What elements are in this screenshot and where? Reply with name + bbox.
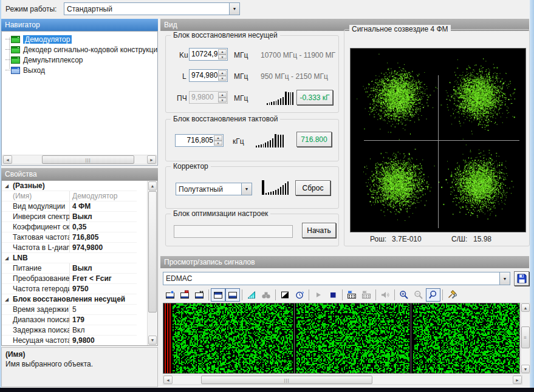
l-input[interactable] [191,71,217,79]
collapse-icon[interactable] [5,252,9,263]
chevron-down-icon[interactable] [229,3,239,15]
tree-item-demodulator[interactable]: Демодулятор [2,34,157,44]
navigator-hscrollbar[interactable]: ||| [2,155,157,164]
property-row[interactable]: ПитаниеВыкл [2,263,137,274]
property-row[interactable]: Частота гетероди9750 [2,284,137,294]
corrector-mode-select[interactable]: Полутактный [176,183,252,195]
window-badge-dots-icon[interactable] [192,288,207,302]
carrier-level-meter [267,89,295,105]
film-record-blue-icon[interactable] [344,288,359,302]
corrector-reset-button[interactable]: Сброс [295,180,330,195]
toolbar-separator [342,289,343,300]
scroll-right-icon[interactable] [513,376,522,384]
carrier-offset-button[interactable]: -0.333 кГ [296,90,333,105]
spin-buttons[interactable] [218,49,227,59]
toolbar-separator [208,289,209,300]
property-description-title: (Имя) [5,350,154,359]
application-window: Режим работы: Стандартный Навигатор Демо… [0,0,534,392]
signal-source-select[interactable]: EDMAC [163,272,510,285]
properties-header: Свойства [1,168,158,180]
scrollbar-thumb[interactable]: ||| [201,376,372,384]
property-row[interactable]: ПреобразованиеFгет < Fсиг [2,274,137,284]
invert-colors-icon[interactable] [278,288,292,302]
scroll-up-icon[interactable] [521,303,530,312]
tools-icon[interactable] [445,288,459,302]
scroll-down-icon[interactable] [521,365,530,373]
window-badge-blue-icon[interactable] [163,288,177,302]
property-row[interactable]: Инверсия спектраВыкл [2,212,137,222]
split-bottom-icon[interactable] [225,288,240,302]
spin-buttons[interactable] [214,135,222,146]
spin-down-icon [218,55,227,60]
clock-level-meter [256,132,285,147]
property-row[interactable]: Время задержки5 [2,305,137,315]
l-spinner[interactable] [189,69,228,82]
property-row[interactable]: (Имя)Демодулятор [2,191,137,201]
if-input [191,93,217,101]
ku-unit: МГц [234,51,248,59]
optimizer-start-button[interactable]: Начать [302,223,336,238]
save-button[interactable] [514,271,529,286]
zoom-region-icon[interactable] [426,288,440,302]
clock-value-button[interactable]: 716.800 [296,132,332,147]
scroll-left-icon[interactable] [3,155,12,164]
scrollbar-thumb[interactable] [148,191,157,313]
ku-input[interactable] [191,50,217,58]
signal-hscrollbar[interactable]: ||| [163,375,522,385]
property-row[interactable]: Вид модуляции4 ФМ [2,201,137,212]
constellation-group: Сигнальное созвездие 4 ФМ Рош: 3.7E-010 … [344,29,530,246]
property-row[interactable]: Диапазон поиска179 [2,315,137,325]
property-row[interactable]: Несущая частота9,9800 [2,336,137,346]
speaker-icon [378,288,392,302]
scroll-right-icon[interactable] [147,155,156,164]
scrollbar-thumb[interactable]: ≡ [521,326,530,348]
tree-item-output[interactable]: Выход [2,65,157,75]
scroll-down-icon[interactable] [148,336,157,345]
window-badge-red-icon[interactable] [177,288,192,302]
property-description-text: Имя выбранного объекта. [5,360,154,368]
ku-spinner[interactable] [189,48,228,61]
spin-up-icon [218,92,227,98]
properties-vscrollbar[interactable] [147,181,157,345]
spin-buttons[interactable] [218,70,227,81]
property-row[interactable]: Задержка поискаВкл [2,325,137,336]
property-row[interactable]: Тактовая частота716,805 [2,232,137,243]
tree-item-demultiplexer[interactable]: Демультиплексор [2,55,157,65]
clock-spinner[interactable] [175,134,224,147]
chevron-down-icon[interactable] [499,272,510,285]
snr-value: 15.98 [473,235,491,243]
signal-panel-header: Просмотр/запись сигналов [160,256,529,268]
tree-item-decoder[interactable]: Декодер сигнально-кодовой конструкции [2,44,157,55]
spin-up-icon [218,49,227,55]
clock-refresh-icon[interactable] [292,288,307,302]
property-group[interactable]: (Разные) [2,181,137,191]
collapse-icon[interactable] [5,294,9,305]
error-rate-label: Рош: [370,235,386,243]
property-row[interactable]: Коэффициент скр0,35 [2,222,137,232]
signal-vscrollbar[interactable]: ≡ [521,303,530,374]
signal-source-value: EDMAC [163,274,499,283]
clock-input[interactable] [177,136,213,144]
scroll-up-icon[interactable] [148,181,157,191]
signal-noise-canvas [163,303,519,373]
measure-icon[interactable] [244,288,259,302]
module-green-icon [11,56,20,64]
toolbar-separator [309,289,309,300]
l-range: 950 МГц - 2150 МГц [261,72,328,81]
property-group[interactable]: LNB [2,253,137,263]
chevron-down-icon[interactable] [241,183,252,195]
zoom-in-icon[interactable] [397,288,411,302]
property-group[interactable]: Блок восстановления несущей [2,294,137,305]
collapse-icon[interactable] [5,180,9,191]
save-icon [517,274,527,283]
constellation-display [350,48,526,232]
toolbar-separator [394,289,395,300]
split-top-icon[interactable] [211,288,225,302]
property-row[interactable]: Частота в L-диапа974,9800 [2,243,137,253]
mode-select[interactable]: Стандартный [64,2,240,15]
scrollbar-thumb[interactable]: ||| [42,155,134,164]
signal-display[interactable] [163,303,520,374]
film-record-gray-icon [359,288,374,302]
stop-icon[interactable] [326,288,340,302]
scroll-left-icon[interactable] [163,376,173,384]
